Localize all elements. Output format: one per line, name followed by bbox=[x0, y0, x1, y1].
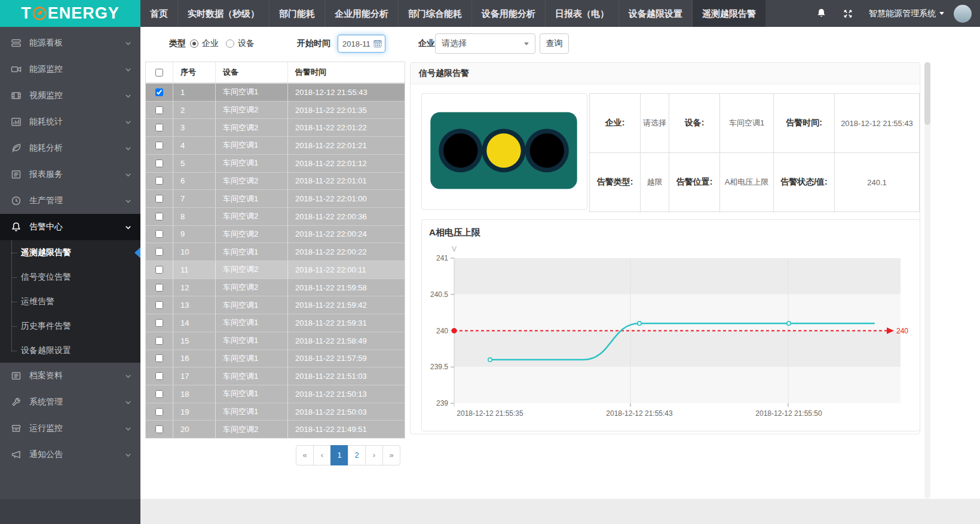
type-radio-device[interactable]: 设备 bbox=[226, 38, 255, 49]
device-name: 车间空调1 bbox=[216, 243, 288, 261]
scrollbar-track[interactable] bbox=[924, 62, 930, 499]
row-checkbox[interactable] bbox=[155, 337, 163, 345]
row-checkbox[interactable] bbox=[155, 284, 163, 292]
sidebar-subitem[interactable]: 信号变位告警 bbox=[0, 265, 140, 289]
device-name: 车间空调2 bbox=[216, 119, 288, 136]
sidebar-item[interactable]: 运行监控 bbox=[0, 415, 140, 442]
nav-tab[interactable]: 遥测越限告警 bbox=[693, 0, 766, 27]
row-checkbox[interactable] bbox=[155, 301, 163, 309]
select-all-checkbox[interactable] bbox=[155, 69, 163, 76]
table-row[interactable]: 10车间空调12018-11-22 22:00:22 bbox=[146, 243, 405, 261]
sidebar-item[interactable]: 视频监控 bbox=[0, 82, 140, 109]
nav-tab[interactable]: 部门综合能耗 bbox=[399, 0, 472, 27]
row-checkbox[interactable] bbox=[155, 266, 163, 274]
row-checkbox[interactable] bbox=[155, 195, 163, 203]
row-checkbox[interactable] bbox=[155, 248, 163, 256]
row-checkbox[interactable] bbox=[155, 177, 163, 185]
bell-icon[interactable] bbox=[816, 8, 827, 19]
sidebar-item[interactable]: 生产管理 bbox=[0, 188, 140, 214]
sidebar-item[interactable]: 通知公告 bbox=[0, 442, 140, 468]
table-row[interactable]: 16车间空调12018-11-22 21:57:59 bbox=[146, 350, 405, 368]
row-checkbox[interactable] bbox=[155, 124, 163, 131]
table-row[interactable]: 8车间空调22018-11-22 22:00:36 bbox=[146, 208, 405, 226]
table-row[interactable]: 6车间空调22018-11-22 22:01:01 bbox=[146, 173, 405, 191]
scrollbar-thumb[interactable] bbox=[924, 62, 930, 125]
table-row[interactable]: 20车间空调22018-11-22 21:49:51 bbox=[146, 421, 405, 438]
sidebar-subitem[interactable]: 设备越限设置 bbox=[0, 338, 140, 363]
logo-text-suffix: ENERGY bbox=[48, 5, 120, 22]
table-row[interactable]: 7车间空调12018-11-22 22:01:00 bbox=[146, 190, 405, 208]
sidebar-item-label: 报表服务 bbox=[29, 169, 63, 180]
row-checkbox[interactable] bbox=[155, 142, 163, 149]
sidebar-item[interactable]: 档案资料 bbox=[0, 363, 140, 389]
search-button[interactable]: 查询 bbox=[540, 33, 569, 54]
sidebar-subitem[interactable]: 遥测越限告警 bbox=[0, 240, 140, 265]
page-next-button[interactable]: › bbox=[365, 445, 383, 465]
alarm-time: 2018-11-22 22:00:11 bbox=[288, 261, 405, 278]
page-number[interactable]: 1 bbox=[330, 445, 348, 465]
nav-tab[interactable]: 首页 bbox=[140, 0, 178, 27]
nav-tab[interactable]: 设备用能分析 bbox=[472, 0, 546, 27]
nav-tab[interactable]: 实时数据（秒级） bbox=[178, 0, 270, 27]
table-row[interactable]: 17车间空调12018-11-22 21:51:03 bbox=[146, 367, 405, 385]
row-checkbox[interactable] bbox=[155, 408, 163, 416]
table-row[interactable]: 18车间空调12018-11-22 21:50:13 bbox=[146, 385, 405, 403]
table-row[interactable]: 19车间空调12018-11-22 21:50:03 bbox=[146, 403, 405, 421]
calendar-icon[interactable] bbox=[373, 39, 382, 48]
page-last-button[interactable]: » bbox=[382, 445, 400, 465]
system-title[interactable]: 智慧能源管理系统 bbox=[869, 8, 936, 19]
sidebar-item[interactable]: 能耗分析 bbox=[0, 135, 140, 161]
table-row[interactable]: 13车间空调12018-11-22 21:59:42 bbox=[146, 296, 405, 314]
row-checkbox[interactable] bbox=[155, 390, 163, 398]
sidebar-subitem[interactable]: 运维告警 bbox=[0, 289, 140, 314]
sidebar-item[interactable]: 告警中心 bbox=[0, 214, 140, 240]
nav-tab[interactable]: 部门能耗 bbox=[270, 0, 325, 27]
sidebar-item-label: 系统管理 bbox=[29, 397, 63, 407]
row-number: 10 bbox=[173, 243, 216, 261]
row-number: 6 bbox=[173, 173, 216, 190]
table-row[interactable]: 1车间空调12018-12-12 21:55:43 bbox=[146, 84, 405, 102]
fullscreen-icon[interactable] bbox=[843, 8, 853, 19]
table-row[interactable]: 4车间空调12018-11-22 22:01:21 bbox=[146, 137, 405, 155]
table-row[interactable]: 2车间空调22018-11-22 22:01:35 bbox=[146, 102, 405, 119]
table-row[interactable]: 11车间空调22018-11-22 22:00:11 bbox=[146, 261, 405, 279]
row-checkbox[interactable] bbox=[155, 213, 163, 220]
sidebar-item-label: 能耗统计 bbox=[29, 117, 63, 127]
start-time-input[interactable] bbox=[342, 39, 373, 48]
page-prev-button[interactable]: ‹ bbox=[313, 445, 331, 465]
table-row[interactable]: 12车间空调22018-11-22 21:59:58 bbox=[146, 279, 405, 297]
row-number: 7 bbox=[173, 190, 216, 207]
table-row[interactable]: 9车间空调22018-11-22 22:00:24 bbox=[146, 226, 405, 244]
sidebar-item[interactable]: 系统管理 bbox=[0, 389, 140, 415]
sidebar-subitem[interactable]: 历史事件告警 bbox=[0, 314, 140, 338]
row-checkbox[interactable] bbox=[155, 88, 163, 96]
sidebar-item[interactable]: 报表服务 bbox=[0, 161, 140, 188]
nav-tab[interactable]: 日报表（电） bbox=[546, 0, 619, 27]
row-checkbox[interactable] bbox=[155, 106, 163, 114]
column-header: 序号 bbox=[173, 62, 216, 82]
page-first-button[interactable]: « bbox=[296, 445, 314, 465]
table-row[interactable]: 15车间空调12018-11-22 21:58:49 bbox=[146, 332, 405, 350]
nav-tab[interactable]: 企业用能分析 bbox=[325, 0, 399, 27]
sidebar-item[interactable]: 能源看板 bbox=[0, 30, 140, 56]
nav-tab[interactable]: 设备越限设置 bbox=[619, 0, 693, 27]
avatar[interactable] bbox=[954, 5, 972, 23]
table-row[interactable]: 14车间空调12018-11-22 21:59:31 bbox=[146, 314, 405, 332]
sidebar-item[interactable]: 能耗统计 bbox=[0, 109, 140, 135]
row-checkbox[interactable] bbox=[155, 160, 163, 167]
page-number[interactable]: 2 bbox=[348, 445, 366, 465]
chevron-down-icon bbox=[124, 425, 132, 433]
row-checkbox[interactable] bbox=[155, 425, 163, 433]
type-radio-enterprise[interactable]: 企业 bbox=[190, 38, 219, 49]
sidebar-item[interactable]: 能源监控 bbox=[0, 56, 140, 82]
row-checkbox[interactable] bbox=[155, 319, 163, 327]
table-row[interactable]: 3车间空调22018-11-22 22:01:22 bbox=[146, 119, 405, 137]
row-checkbox[interactable] bbox=[155, 230, 163, 238]
row-checkbox[interactable] bbox=[155, 372, 163, 380]
enterprise-select[interactable]: 请选择 bbox=[435, 33, 535, 54]
row-checkbox[interactable] bbox=[155, 354, 163, 362]
row-checkbox-cell bbox=[146, 332, 173, 350]
table-row[interactable]: 5车间空调12018-11-22 22:01:12 bbox=[146, 155, 405, 173]
row-number: 16 bbox=[173, 350, 216, 367]
device-name: 车间空调1 bbox=[216, 385, 288, 403]
